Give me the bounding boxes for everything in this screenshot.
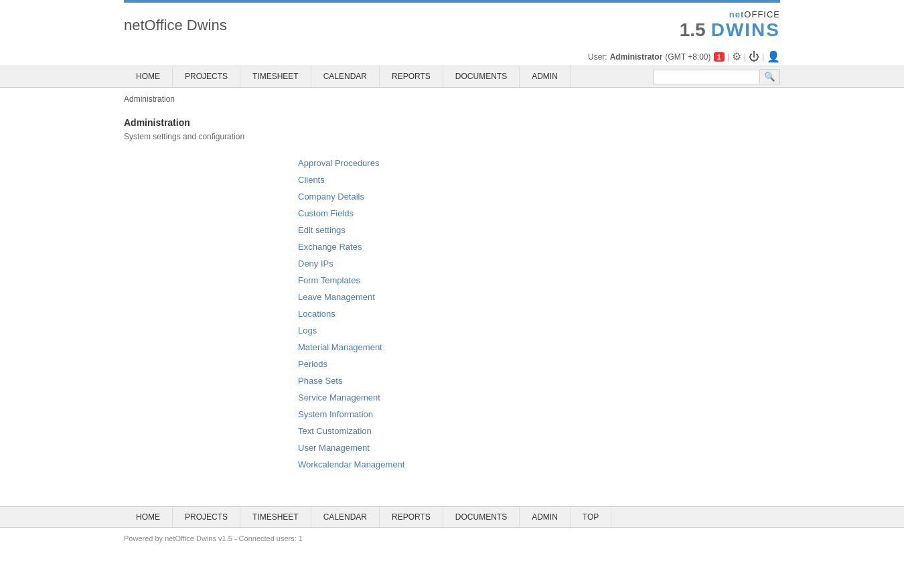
main-content: Administration System settings and confi… xyxy=(0,111,904,493)
separator3: | xyxy=(762,52,764,62)
page-subtitle: System settings and configuration xyxy=(124,132,780,141)
timezone: (GMT +8:00) xyxy=(665,52,710,62)
nav-search: 🔍 xyxy=(653,66,780,87)
nav-item-documents[interactable]: DOCUMENTS xyxy=(443,66,520,87)
logo-right: netOFFICE 1.5 DWINS xyxy=(680,9,780,41)
nav-inner: HOME PROJECTS TIMESHEET CALENDAR REPORTS… xyxy=(0,66,904,87)
brand-top: netOFFICE xyxy=(729,9,780,19)
bottom-nav-item-bottom-projects[interactable]: PROJECTS xyxy=(173,507,240,527)
admin-link-leave-management[interactable]: Leave Management xyxy=(298,289,780,305)
bottom-nav-item-bottom-reports[interactable]: REPORTS xyxy=(380,507,443,527)
admin-link-text-customization[interactable]: Text Customization xyxy=(298,423,780,439)
version-number: 1.5 xyxy=(680,19,706,41)
footer: Powered by netOffice Dwins v1.5 - Connec… xyxy=(0,528,904,549)
bottom-nav-inner: HOMEPROJECTSTIMESHEETCALENDARREPORTSDOCU… xyxy=(0,507,904,527)
separator2: | xyxy=(744,52,746,62)
bottom-nav-item-bottom-top[interactable]: TOP xyxy=(571,507,611,527)
admin-link-custom-fields[interactable]: Custom Fields xyxy=(298,205,780,222)
nav-item-reports[interactable]: REPORTS xyxy=(380,66,443,87)
search-button[interactable]: 🔍 xyxy=(760,69,780,84)
admin-link-user-management[interactable]: User Management xyxy=(298,439,780,456)
header: netOffice Dwins netOFFICE 1.5 DWINS xyxy=(0,3,904,48)
admin-link-periods[interactable]: Periods xyxy=(298,356,780,372)
admin-link-form-templates[interactable]: Form Templates xyxy=(298,272,780,289)
power-icon[interactable]: ⏻ xyxy=(749,51,759,63)
admin-link-logs[interactable]: Logs xyxy=(298,322,780,339)
search-input[interactable] xyxy=(653,70,760,84)
nav-item-admin[interactable]: ADMIN xyxy=(520,66,571,87)
bottom-nav-item-bottom-home[interactable]: HOME xyxy=(124,507,173,527)
notification-badge[interactable]: 1 xyxy=(714,52,725,62)
admin-link-service-management[interactable]: Service Management xyxy=(298,389,780,406)
user-bar: User: Administrator (GMT +8:00) 1 | ⚙ | … xyxy=(0,48,904,66)
admin-link-company-details[interactable]: Company Details xyxy=(298,188,780,205)
app-logo-text: netOffice Dwins xyxy=(124,17,227,34)
admin-link-workcalendar-management[interactable]: Workcalendar Management xyxy=(298,456,780,473)
footer-text: Powered by netOffice Dwins v1.5 - Connec… xyxy=(124,534,303,542)
bottom-nav: HOMEPROJECTSTIMESHEETCALENDARREPORTSDOCU… xyxy=(0,506,904,528)
bottom-nav-item-bottom-documents[interactable]: DOCUMENTS xyxy=(443,507,520,527)
admin-link-locations[interactable]: Locations xyxy=(298,305,780,322)
nav-item-calendar[interactable]: CALENDAR xyxy=(311,66,380,87)
bottom-nav-item-bottom-timesheet[interactable]: TIMESHEET xyxy=(240,507,311,527)
admin-link-exchange-rates[interactable]: Exchange Rates xyxy=(298,238,780,255)
admin-links-list: Approval ProceduresClientsCompany Detail… xyxy=(298,155,780,473)
nav-item-projects[interactable]: PROJECTS xyxy=(173,66,240,87)
admin-link-phase-sets[interactable]: Phase Sets xyxy=(298,372,780,389)
breadcrumb: Administration xyxy=(0,88,904,111)
bottom-nav-item-bottom-admin[interactable]: ADMIN xyxy=(520,507,571,527)
page-title: Administration xyxy=(124,117,780,128)
admin-link-clients[interactable]: Clients xyxy=(298,171,780,188)
settings-icon[interactable]: ⚙ xyxy=(732,50,741,63)
admin-link-system-information[interactable]: System Information xyxy=(298,406,780,423)
admin-link-edit-settings[interactable]: Edit settings xyxy=(298,222,780,238)
main-nav: HOME PROJECTS TIMESHEET CALENDAR REPORTS… xyxy=(0,66,904,88)
brand-bottom: DWINS xyxy=(711,19,780,41)
admin-link-material-management[interactable]: Material Management xyxy=(298,339,780,356)
nav-item-home[interactable]: HOME xyxy=(124,66,173,87)
admin-link-approval-procedures[interactable]: Approval Procedures xyxy=(298,155,780,171)
separator1: | xyxy=(727,52,729,62)
user-label: User: xyxy=(588,52,607,62)
nav-item-timesheet[interactable]: TIMESHEET xyxy=(240,66,311,87)
username: Administrator xyxy=(610,52,663,62)
bottom-nav-item-bottom-calendar[interactable]: CALENDAR xyxy=(311,507,380,527)
admin-link-deny-ips[interactable]: Deny IPs xyxy=(298,255,780,272)
user-icon[interactable]: 👤 xyxy=(767,50,780,63)
